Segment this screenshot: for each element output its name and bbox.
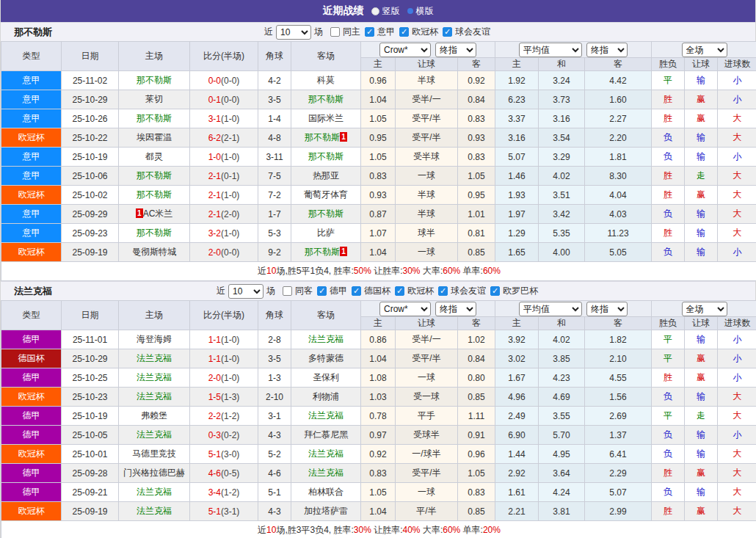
- bookmaker-odds-header-select[interactable]: 终指: [435, 43, 476, 57]
- filter-checkbox[interactable]: [283, 286, 292, 296]
- away-team-cell[interactable]: 拜仁慕尼黑: [291, 426, 361, 445]
- team-name-link[interactable]: 那不勒斯: [308, 94, 344, 104]
- layout-radio-horizontal[interactable]: 横版: [407, 5, 434, 18]
- result-scope-header-select[interactable]: 全场: [682, 43, 727, 57]
- score-cell[interactable]: 3-4(1-2): [190, 483, 258, 502]
- away-team-cell[interactable]: 那不勒斯: [291, 90, 361, 109]
- score-cell[interactable]: 3-1(1-0): [190, 109, 258, 128]
- team-name-link[interactable]: 加拉塔萨雷: [304, 506, 348, 516]
- home-team-cell[interactable]: 曼彻斯特城: [119, 243, 190, 262]
- team-name-link[interactable]: 法兰克福: [137, 506, 172, 516]
- team-name-link[interactable]: 门兴格拉德巴赫: [123, 468, 185, 478]
- score-cell[interactable]: 2-0(0-0): [190, 243, 258, 262]
- home-team-cell[interactable]: 那不勒斯: [119, 71, 190, 90]
- team-name-link[interactable]: 比萨: [317, 228, 335, 238]
- team-name-link[interactable]: 曼彻斯特城: [132, 247, 176, 257]
- filter-checkbox-label[interactable]: 欧冠杯: [412, 26, 438, 38]
- score-cell[interactable]: 2-1(2-0): [190, 205, 258, 224]
- filter-checkbox[interactable]: [490, 286, 500, 296]
- team-name-link[interactable]: 法兰克福: [308, 468, 344, 478]
- home-team-cell[interactable]: 那不勒斯: [119, 224, 190, 243]
- away-team-cell[interactable]: 科莫: [291, 71, 361, 90]
- home-team-cell[interactable]: 法兰克福: [119, 349, 190, 368]
- average-odds-header-select[interactable]: 终指: [586, 302, 628, 316]
- team-name-link[interactable]: 那不勒斯: [137, 228, 172, 238]
- team-name-link[interactable]: 马德里竞技: [132, 448, 176, 459]
- team-name-link[interactable]: 那不勒斯: [137, 75, 172, 85]
- score-cell[interactable]: 2-1(0-1): [190, 167, 258, 186]
- away-team-cell[interactable]: 法兰克福: [291, 330, 361, 349]
- team-name-link[interactable]: 法兰克福: [137, 487, 172, 497]
- away-team-cell[interactable]: 比萨: [291, 224, 361, 243]
- filter-checkbox[interactable]: [399, 27, 409, 37]
- score-cell[interactable]: 1-5(1-3): [190, 388, 258, 407]
- away-team-cell[interactable]: 那不勒斯: [291, 148, 361, 167]
- average-odds-header-select[interactable]: 平均值: [519, 302, 582, 316]
- radio-icon[interactable]: [407, 8, 413, 14]
- team-name-link[interactable]: 国际米兰: [308, 113, 344, 123]
- match-count-select[interactable]: 10: [228, 284, 263, 299]
- away-team-cell[interactable]: 加拉塔萨雷: [291, 502, 361, 521]
- away-team-cell[interactable]: 那不勒斯1: [291, 243, 361, 262]
- team-name-link[interactable]: 莱切: [145, 94, 163, 104]
- match-count-select[interactable]: 10: [276, 25, 311, 40]
- team-name-link[interactable]: 科莫: [317, 75, 335, 85]
- radio-label[interactable]: 横版: [416, 5, 434, 18]
- team-name-link[interactable]: 那不勒斯: [137, 189, 172, 200]
- team-name-link[interactable]: 拜仁慕尼黑: [304, 429, 348, 440]
- team-name-link[interactable]: 那不勒斯: [137, 170, 172, 181]
- away-team-cell[interactable]: 那不勒斯: [291, 205, 361, 224]
- score-cell[interactable]: 0-0(0-0): [190, 71, 258, 90]
- score-cell[interactable]: 5-1(3-0): [190, 445, 258, 464]
- team-name-link[interactable]: 法兰克福: [137, 353, 172, 363]
- score-cell[interactable]: 2-1(1-0): [190, 186, 258, 205]
- home-team-cell[interactable]: 法兰克福: [119, 368, 190, 388]
- home-team-cell[interactable]: 那不勒斯: [119, 109, 190, 128]
- home-team-cell[interactable]: 1AC米兰: [119, 205, 190, 224]
- score-cell[interactable]: 4-6(0-5): [190, 464, 258, 483]
- team-name-link[interactable]: 埃因霍温: [137, 132, 172, 142]
- away-team-cell[interactable]: 法兰克福: [291, 445, 361, 464]
- home-team-cell[interactable]: 那不勒斯: [119, 186, 190, 205]
- away-team-cell[interactable]: 国际米兰: [291, 109, 361, 128]
- filter-checkbox-label[interactable]: 德甲: [330, 285, 347, 297]
- score-cell[interactable]: 2-2(1-2): [190, 407, 258, 426]
- team-name-link[interactable]: 法兰克福: [308, 334, 344, 344]
- team-name-link[interactable]: 那不勒斯: [308, 208, 344, 219]
- away-team-cell[interactable]: 葡萄牙体育: [291, 186, 361, 205]
- filter-checkbox[interactable]: [365, 27, 374, 37]
- away-team-cell[interactable]: 那不勒斯1: [291, 128, 361, 148]
- home-team-cell[interactable]: 法兰克福: [119, 502, 190, 521]
- team-name-link[interactable]: 那不勒斯: [305, 247, 340, 257]
- team-name-link[interactable]: 弗赖堡: [141, 410, 167, 421]
- team-name-link[interactable]: 法兰克福: [137, 429, 172, 440]
- layout-radio-vertical[interactable]: 竖版: [371, 5, 400, 18]
- bookmaker-odds-header-select[interactable]: 终指: [435, 302, 476, 316]
- score-cell[interactable]: 0-3(0-2): [190, 426, 258, 445]
- team-name-link[interactable]: 圣保利: [313, 372, 339, 382]
- filter-checkbox[interactable]: [317, 286, 327, 296]
- team-name-link[interactable]: 海登海姆: [137, 334, 172, 344]
- away-team-cell[interactable]: 柏林联合: [291, 483, 361, 502]
- filter-checkbox-label[interactable]: 同客: [295, 285, 313, 297]
- team-name-link[interactable]: 热那亚: [313, 170, 339, 181]
- team-name-link[interactable]: 法兰克福: [137, 372, 172, 382]
- result-scope-header-select[interactable]: 全场: [682, 302, 727, 316]
- away-team-cell[interactable]: 热那亚: [291, 167, 361, 186]
- home-team-cell[interactable]: 都灵: [119, 148, 190, 167]
- filter-checkbox-label[interactable]: 欧罗巴杯: [503, 285, 538, 297]
- team-name-link[interactable]: 利物浦: [313, 391, 339, 401]
- team-name-link[interactable]: 柏林联合: [308, 487, 344, 497]
- home-team-cell[interactable]: 法兰克福: [119, 426, 190, 445]
- team-name-link[interactable]: 法兰克福: [308, 410, 344, 421]
- team-name-link[interactable]: 葡萄牙体育: [304, 189, 348, 200]
- home-team-cell[interactable]: 那不勒斯: [119, 167, 190, 186]
- score-cell[interactable]: 1-1(1-0): [190, 330, 258, 349]
- score-cell[interactable]: 5-1(3-1): [190, 502, 258, 521]
- filter-checkbox-label[interactable]: 球会友谊: [455, 26, 490, 38]
- team-name-link[interactable]: 都灵: [145, 151, 163, 161]
- team-name-link[interactable]: 那不勒斯: [137, 113, 172, 123]
- average-odds-header-select[interactable]: 平均值: [519, 43, 582, 57]
- home-team-cell[interactable]: 马德里竞技: [119, 445, 190, 464]
- home-team-cell[interactable]: 门兴格拉德巴赫: [119, 464, 190, 483]
